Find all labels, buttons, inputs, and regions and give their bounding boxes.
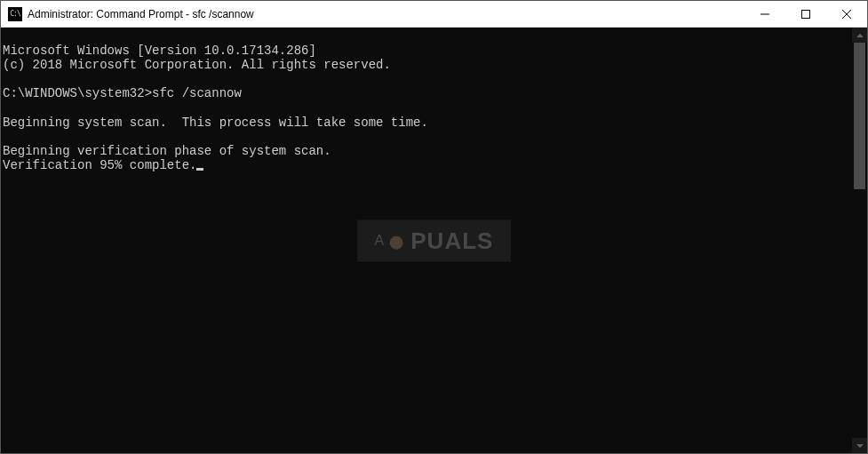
output-line: (c) 2018 Microsoft Corporation. All righ… — [3, 58, 391, 72]
maximize-button[interactable] — [785, 1, 826, 27]
close-button[interactable] — [826, 1, 867, 27]
output-line: Beginning verification phase of system s… — [3, 144, 331, 158]
output-line: Microsoft Windows [Version 10.0.17134.28… — [3, 44, 316, 58]
progress-line: Verification 95% complete. — [3, 158, 196, 172]
terminal-output[interactable]: Microsoft Windows [Version 10.0.17134.28… — [1, 28, 852, 453]
prompt-line: C:\WINDOWS\system32>sfc /scannow — [3, 86, 242, 100]
scroll-down-button[interactable] — [852, 438, 867, 453]
svg-marker-5 — [856, 444, 864, 448]
terminal-area: Microsoft Windows [Version 10.0.17134.28… — [1, 28, 867, 453]
cmd-icon: C:\ — [8, 7, 22, 21]
window-title: Administrator: Command Prompt - sfc /sca… — [28, 8, 745, 20]
scroll-thumb[interactable] — [854, 43, 865, 189]
output-line: Beginning system scan. This process will… — [3, 115, 428, 130]
cursor — [196, 168, 203, 171]
titlebar[interactable]: C:\ Administrator: Command Prompt - sfc … — [1, 1, 867, 28]
scrollbar[interactable] — [852, 28, 867, 453]
minimize-button[interactable] — [745, 1, 785, 27]
svg-marker-4 — [856, 34, 864, 37]
window-controls — [745, 1, 867, 27]
svg-rect-1 — [802, 10, 810, 18]
command-prompt-window: C:\ Administrator: Command Prompt - sfc … — [0, 0, 868, 454]
scroll-track[interactable] — [852, 43, 867, 438]
scroll-up-button[interactable] — [852, 28, 867, 43]
